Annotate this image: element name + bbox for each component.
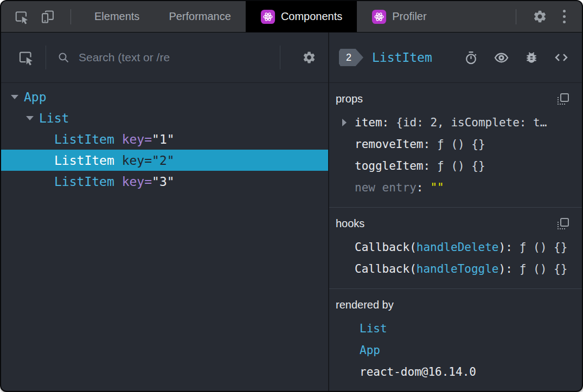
key-attr: key=	[122, 175, 152, 189]
tree-row-app[interactable]: App	[1, 86, 328, 107]
prop-name: toggleItem	[355, 159, 423, 172]
tab-performance[interactable]: Performance	[154, 1, 246, 32]
components-panel: App List ListItem key="1" ListItem key="…	[1, 33, 582, 391]
tree-toolbar	[1, 33, 328, 83]
device-toolbar-icon[interactable]	[39, 1, 56, 32]
colon: :	[423, 159, 430, 172]
toolbar-divider	[71, 9, 71, 24]
tab-components[interactable]: Components	[246, 1, 357, 32]
react-logo-icon	[260, 9, 276, 24]
tab-profiler[interactable]: Profiler	[357, 1, 441, 32]
prop-row-item: item:{id: 2, isComplete: t…	[329, 112, 582, 133]
prop-value: ƒ () {}	[437, 138, 485, 151]
component-name: ListItem	[54, 153, 114, 168]
component-name: App	[24, 90, 47, 104]
rendered-by-row: List	[329, 318, 582, 339]
tree-row-listitem-3[interactable]: ListItem key="3"	[1, 171, 328, 192]
key-value: "3"	[152, 175, 175, 189]
key-attr: key=	[122, 132, 152, 146]
tab-label: Components	[281, 10, 342, 23]
props-section: props item:{id: 2, isComplete: t… remove…	[329, 83, 582, 207]
search-input[interactable]	[78, 50, 269, 65]
details-scroll-area: props item:{id: 2, isComplete: t… remove…	[329, 83, 582, 391]
hook-row-handletoggle: Callback(handleToggle):ƒ () {}	[329, 258, 582, 280]
owners-count: 2	[346, 52, 351, 63]
hook-name: handleDelete	[417, 241, 499, 254]
hook-type: Callback(	[355, 262, 417, 275]
rendered-by-row: App	[329, 339, 582, 361]
hooks-section: hooks Callback(handleDelete):ƒ () {} Cal…	[329, 207, 582, 288]
expander-icon[interactable]	[25, 116, 35, 120]
suspense-stopwatch-icon[interactable]	[464, 50, 478, 65]
tab-label: Performance	[169, 10, 231, 23]
owners-stack-badge: 2	[339, 49, 363, 66]
component-name: ListItem	[54, 132, 114, 146]
hook-value: ƒ () {}	[520, 262, 568, 275]
prop-name: item	[355, 116, 382, 129]
owner-link-list[interactable]: List	[360, 322, 387, 335]
new-entry-placeholder[interactable]: new entry	[355, 181, 417, 194]
selected-component-title: ListItem	[372, 50, 432, 65]
details-header: 2 ListItem	[329, 33, 582, 83]
devtools-window: Elements Performance Components	[0, 0, 583, 392]
tree-row-listitem-2-selected[interactable]: ListItem key="2"	[1, 150, 328, 171]
tree-row-list[interactable]: List	[1, 107, 328, 128]
select-component-icon[interactable]	[17, 49, 35, 66]
hook-name: handleToggle	[417, 262, 499, 275]
key-value: "2"	[152, 153, 175, 168]
tab-elements[interactable]: Elements	[80, 1, 154, 32]
prop-row-toggleitem: toggleItem:ƒ () {}	[329, 155, 582, 177]
key-attr: key=	[122, 153, 152, 168]
inspect-element-icon[interactable]	[13, 1, 30, 32]
hook-suffix: ):	[499, 262, 512, 275]
tree-settings-gear-icon[interactable]	[302, 50, 316, 65]
colon: :	[417, 181, 424, 194]
tree-row-listitem-1[interactable]: ListItem key="1"	[1, 128, 328, 150]
log-data-bug-icon[interactable]	[524, 50, 539, 65]
copy-hooks-icon[interactable]	[558, 218, 569, 229]
prop-value: {id: 2, isComplete: t…	[396, 116, 547, 129]
inspect-dom-eye-icon[interactable]	[494, 50, 509, 66]
rendered-by-row: react-dom@16.14.0	[329, 361, 582, 383]
toolbar-divider	[46, 46, 46, 69]
colon: :	[423, 138, 430, 151]
colon: :	[382, 116, 389, 129]
component-tree-panel: App List ListItem key="1" ListItem key="…	[1, 33, 329, 391]
prop-name: removeItem	[355, 138, 423, 151]
component-name: ListItem	[54, 175, 114, 189]
prop-row-new-entry[interactable]: new entry:""	[329, 177, 582, 198]
prop-value: ƒ () {}	[437, 159, 485, 172]
rendered-by-section: rendered by List App react-dom@16.14.0	[329, 288, 582, 391]
hook-row-handledelete: Callback(handleDelete):ƒ () {}	[329, 236, 582, 258]
expander-icon[interactable]	[10, 95, 20, 99]
toolbar-divider	[280, 46, 280, 69]
component-details-panel: 2 ListItem	[329, 33, 582, 391]
props-section-label: props	[336, 93, 363, 105]
component-tree: App List ListItem key="1" ListItem key="…	[1, 83, 328, 391]
new-entry-value[interactable]: ""	[430, 181, 444, 194]
prop-row-removeitem: removeItem:ƒ () {}	[329, 133, 582, 155]
tab-label: Elements	[94, 10, 139, 23]
react-logo-icon	[371, 9, 387, 24]
hook-suffix: ):	[499, 241, 512, 254]
component-name: List	[39, 111, 69, 125]
owner-link-app[interactable]: App	[360, 344, 380, 357]
copy-props-icon[interactable]	[558, 93, 569, 105]
key-value: "1"	[152, 132, 175, 146]
hooks-section-label: hooks	[336, 217, 364, 230]
expander-icon[interactable]	[342, 119, 355, 126]
hook-type: Callback(	[355, 241, 417, 254]
more-options-kebab-icon[interactable]	[563, 1, 566, 32]
hook-value: ƒ () {}	[520, 241, 568, 254]
settings-gear-icon[interactable]	[531, 1, 548, 32]
rendered-by-label: rendered by	[336, 299, 394, 311]
toolbar-divider	[516, 9, 516, 24]
view-source-code-icon[interactable]	[554, 50, 569, 65]
search-icon	[57, 51, 70, 64]
devtools-tab-bar: Elements Performance Components	[1, 1, 582, 33]
renderer-version: react-dom@16.14.0	[360, 365, 476, 378]
tab-label: Profiler	[392, 10, 426, 23]
